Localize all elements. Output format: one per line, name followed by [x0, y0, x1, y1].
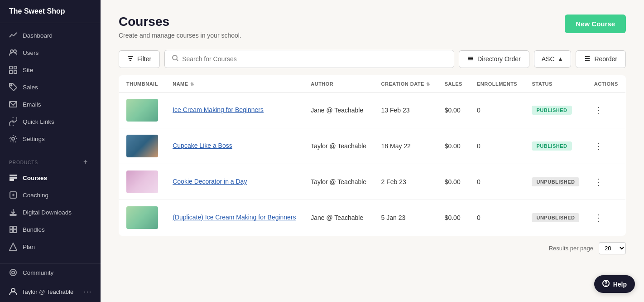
- sidebar-item-courses[interactable]: Courses: [0, 169, 101, 186]
- sort-up-icon: ▲: [557, 55, 564, 63]
- user-menu-dots[interactable]: ⋯: [83, 287, 91, 297]
- new-course-button[interactable]: New Course: [565, 15, 626, 33]
- cell-actions: ⋮: [587, 93, 626, 128]
- cell-author: Taylor @ Teachable: [303, 164, 374, 200]
- email-icon: [9, 100, 17, 108]
- svg-rect-4: [10, 71, 12, 73]
- sidebar-item-settings[interactable]: Settings: [0, 130, 101, 147]
- cell-sales: $0.00: [437, 164, 470, 200]
- table-footer: Results per page 20 50 100: [119, 236, 626, 256]
- asc-button[interactable]: ASC ▲: [534, 50, 572, 68]
- cell-enrollments: 0: [470, 164, 525, 200]
- status-badge: PUBLISHED: [532, 106, 572, 115]
- sidebar-item-plan[interactable]: Plan: [0, 238, 101, 255]
- sidebar-item-digital-downloads[interactable]: Digital Downloads: [0, 204, 101, 221]
- svg-rect-14: [10, 226, 13, 229]
- search-input[interactable]: [182, 55, 447, 63]
- search-box[interactable]: [164, 50, 454, 68]
- cell-status: PUBLISHED: [524, 93, 586, 128]
- cell-author: Taylor @ Teachable: [303, 128, 374, 164]
- course-thumbnail-image: [126, 170, 158, 193]
- course-name-link[interactable]: Ice Cream Making for Beginners: [173, 106, 264, 113]
- status-badge: UNPUBLISHED: [532, 177, 579, 186]
- col-sales: SALES: [437, 76, 470, 93]
- sidebar-item-coaching[interactable]: Coaching: [0, 186, 101, 204]
- sidebar-item-emails[interactable]: Emails: [0, 96, 101, 113]
- tag-icon: [9, 83, 17, 91]
- filter-icon: [127, 55, 134, 63]
- row-actions-menu[interactable]: ⋮: [594, 213, 603, 223]
- svg-rect-9: [10, 175, 16, 176]
- sidebar: The Sweet Shop Dashboard Users: [0, 0, 101, 302]
- user-avatar: [9, 287, 17, 296]
- col-author: AUTHOR: [303, 76, 374, 93]
- col-status: STATUS: [524, 76, 586, 93]
- directory-order-button[interactable]: Directory Order: [459, 50, 529, 68]
- sidebar-item-bundles[interactable]: Bundles: [0, 221, 101, 238]
- svg-point-19: [10, 269, 16, 276]
- cell-creation-date: 2 Feb 23: [374, 164, 437, 200]
- cell-thumbnail: [119, 164, 166, 200]
- col-enrollments: ENROLLMENTS: [470, 76, 525, 93]
- cell-enrollments: 0: [470, 200, 525, 236]
- bundle-icon: [9, 225, 17, 234]
- cell-name: Ice Cream Making for Beginners: [165, 93, 303, 128]
- row-actions-menu[interactable]: ⋮: [594, 105, 603, 115]
- reorder-button[interactable]: Reorder: [576, 50, 626, 68]
- page-subtitle: Create and manage courses in your school…: [119, 32, 241, 39]
- per-page-select[interactable]: 20 50 100: [599, 242, 626, 254]
- cell-enrollments: 0: [470, 93, 525, 128]
- chart-line-icon: [9, 31, 17, 39]
- sidebar-item-dashboard[interactable]: Dashboard: [0, 27, 101, 44]
- row-actions-menu[interactable]: ⋮: [594, 141, 603, 151]
- status-badge: PUBLISHED: [532, 141, 572, 151]
- help-button[interactable]: Help: [594, 275, 635, 293]
- main-content: Courses Create and manage courses in you…: [101, 0, 644, 302]
- col-creation-date[interactable]: CREATION DATE ⇅: [374, 76, 437, 93]
- filter-button[interactable]: Filter: [119, 50, 160, 68]
- cell-actions: ⋮: [587, 128, 626, 164]
- svg-point-20: [12, 271, 14, 274]
- svg-rect-10: [10, 177, 16, 178]
- cell-author: Jane @ Teachable: [303, 93, 374, 128]
- svg-rect-2: [10, 66, 12, 69]
- cell-status: UNPUBLISHED: [524, 200, 586, 236]
- sidebar-item-site[interactable]: Site: [0, 61, 101, 78]
- cell-enrollments: 0: [470, 128, 525, 164]
- cell-sales: $0.00: [437, 128, 470, 164]
- course-thumbnail-image: [126, 99, 158, 122]
- reorder-icon: [584, 55, 591, 63]
- sidebar-user[interactable]: Taylor @ Teachable ⋯: [0, 281, 101, 302]
- cell-actions: ⋮: [587, 164, 626, 200]
- filters-bar: Filter Directory Order ASC ▲: [119, 50, 626, 68]
- cell-name: Cookie Decorator in a Day: [165, 164, 303, 200]
- cell-sales: $0.00: [437, 200, 470, 236]
- row-actions-menu[interactable]: ⋮: [594, 177, 603, 187]
- status-badge: UNPUBLISHED: [532, 213, 579, 222]
- course-name-link[interactable]: Cupcake Like a Boss: [173, 142, 232, 149]
- course-name-link[interactable]: (Duplicate) Ice Cream Making for Beginne…: [173, 214, 296, 221]
- col-name[interactable]: NAME ⇅: [165, 76, 303, 93]
- sidebar-item-sales[interactable]: Sales: [0, 78, 101, 96]
- products-section-label: PRODUCTS +: [0, 151, 101, 169]
- cell-thumbnail: [119, 93, 166, 128]
- sidebar-item-community[interactable]: Community: [0, 264, 101, 281]
- table-row: Cookie Decorator in a Day Taylor @ Teach…: [119, 164, 626, 200]
- svg-rect-13: [10, 214, 16, 215]
- coaching-icon: [9, 191, 17, 199]
- svg-rect-5: [14, 71, 17, 73]
- col-thumbnail: THUMBNAIL: [119, 76, 166, 93]
- cell-creation-date: 18 May 22: [374, 128, 437, 164]
- app-logo[interactable]: The Sweet Shop: [0, 0, 101, 23]
- add-product-button[interactable]: +: [83, 158, 91, 166]
- cell-name: (Duplicate) Ice Cream Making for Beginne…: [165, 200, 303, 236]
- svg-rect-11: [10, 180, 14, 180]
- sidebar-item-users[interactable]: Users: [0, 44, 101, 61]
- cell-thumbnail: [119, 200, 166, 236]
- sidebar-item-quick-links[interactable]: Quick Links: [0, 113, 101, 130]
- col-actions: ACTIONS: [587, 76, 626, 93]
- course-name-link[interactable]: Cookie Decorator in a Day: [173, 178, 247, 185]
- page-title-group: Courses Create and manage courses in you…: [119, 15, 241, 39]
- table-row: (Duplicate) Ice Cream Making for Beginne…: [119, 200, 626, 236]
- courses-table: THUMBNAIL NAME ⇅ AUTHOR CREATION DATE ⇅ …: [119, 75, 626, 236]
